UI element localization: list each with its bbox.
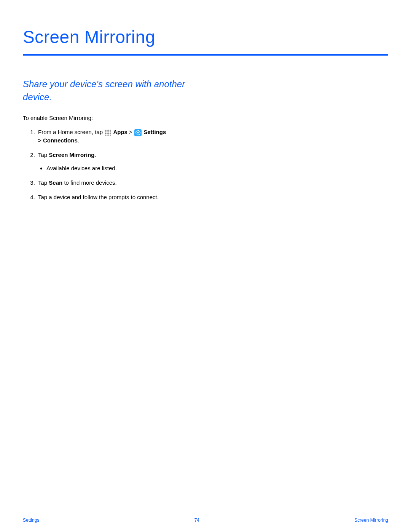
svg-point-12 [105, 134, 106, 136]
step-2-bullet: Available devices are listed. [46, 164, 213, 173]
svg-point-1 [107, 129, 108, 131]
steps-list: From a Home screen, tap Apps > Settings … [23, 128, 213, 201]
step-1-end: . [78, 137, 79, 144]
svg-point-4 [105, 131, 106, 133]
svg-point-2 [108, 129, 109, 131]
svg-point-18 [137, 132, 139, 133]
step-1-sep: > [127, 129, 134, 135]
step-1-settings-label: Settings [143, 129, 166, 135]
step-1: From a Home screen, tap Apps > Settings … [37, 128, 213, 145]
step-3-post: to find more devices. [62, 179, 117, 186]
intro-text: To enable Screen Mirroring: [23, 115, 388, 121]
svg-point-8 [105, 133, 106, 134]
svg-point-10 [108, 133, 109, 134]
apps-icon [105, 129, 111, 136]
footer-right: Screen Mirroring [354, 518, 388, 523]
svg-point-7 [110, 131, 111, 133]
svg-point-6 [108, 131, 109, 133]
page-footer: Settings 74 Screen Mirroring [0, 512, 411, 532]
step-3: Tap Scan to find more devices. [37, 179, 213, 187]
step-2-end: . [94, 152, 96, 158]
footer-page-number: 74 [194, 518, 199, 523]
step-3-pre: Tap [38, 179, 49, 186]
page-subtitle: Share your device's screen with another … [23, 78, 194, 103]
svg-point-3 [110, 129, 111, 131]
svg-point-0 [105, 129, 106, 131]
page-content: Screen Mirroring Share your device's scr… [0, 0, 411, 201]
svg-point-13 [107, 134, 108, 136]
step-1-post: > [38, 137, 43, 144]
page-title: Screen Mirroring [23, 27, 388, 56]
step-1-connections: Connections [43, 137, 78, 144]
svg-point-15 [110, 134, 111, 136]
settings-icon [134, 129, 142, 136]
footer-left: Settings [23, 518, 39, 523]
step-1-apps-label: Apps [113, 129, 127, 135]
step-2-pre: Tap [38, 152, 49, 158]
step-2-sublist: Available devices are listed. [38, 164, 213, 173]
step-2: Tap Screen Mirroring. Available devices … [37, 151, 213, 173]
svg-point-11 [110, 133, 111, 134]
step-2-bold: Screen Mirroring [49, 152, 94, 158]
step-4: Tap a device and follow the prompts to c… [37, 193, 213, 201]
svg-point-5 [107, 131, 108, 133]
svg-point-14 [108, 134, 109, 136]
step-1-text-pre: From a Home screen, tap [38, 129, 104, 135]
step-3-bold: Scan [49, 179, 62, 186]
svg-point-9 [107, 133, 108, 134]
